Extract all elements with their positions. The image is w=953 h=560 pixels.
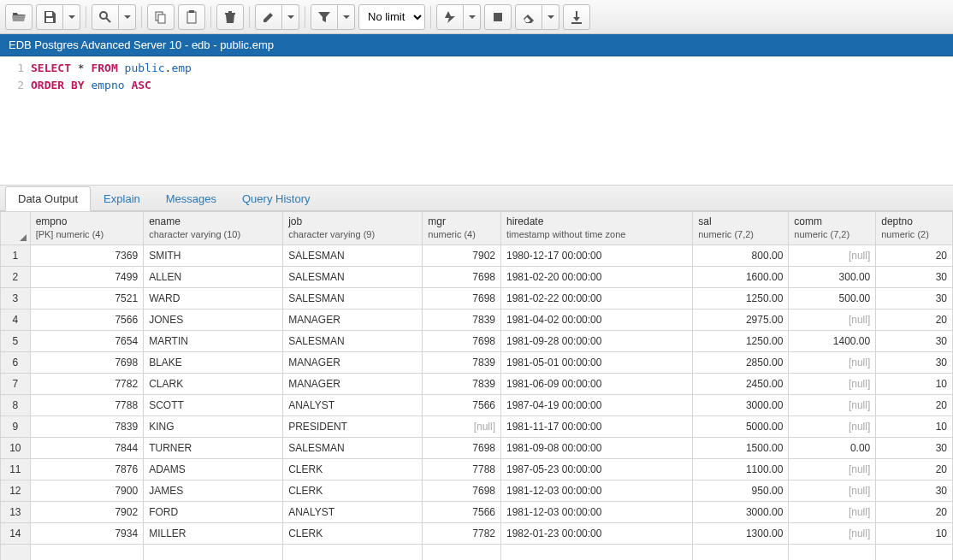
code-area[interactable]: SELECT * FROM public.empORDER BY empno A… — [31, 56, 192, 185]
cell-hiredate[interactable]: 1980-12-17 00:00:00 — [500, 245, 692, 267]
cell-sal[interactable]: 2450.00 — [693, 374, 789, 395]
cell-hiredate[interactable]: 1981-04-02 00:00:00 — [500, 309, 692, 331]
row-number[interactable]: 1 — [1, 245, 31, 267]
row-number[interactable]: 5 — [1, 331, 31, 352]
cell-job[interactable]: MANAGER — [283, 374, 423, 395]
cell-hiredate[interactable]: 1982-01-23 00:00:00 — [500, 523, 692, 545]
cell-job[interactable]: MANAGER — [283, 309, 423, 331]
cell-comm[interactable]: [null] — [789, 374, 876, 395]
cell-deptno[interactable]: 30 — [876, 438, 953, 459]
limit-select[interactable]: No limit — [358, 4, 425, 30]
table-row[interactable]: 137902FORDANALYST75661981-12-03 00:00:00… — [1, 502, 953, 523]
cell-sal[interactable]: 5000.00 — [693, 416, 789, 438]
save-dropdown-button[interactable] — [63, 4, 80, 30]
cell-empno[interactable]: 7698 — [30, 352, 144, 374]
cell-comm[interactable]: [null] — [789, 480, 876, 502]
cell-sal[interactable]: 1250.00 — [693, 331, 789, 352]
cell-empno[interactable]: 7566 — [30, 309, 144, 331]
cell-hiredate[interactable]: 1981-12-03 00:00:00 — [500, 480, 692, 502]
row-number[interactable]: 3 — [1, 288, 31, 309]
table-row[interactable]: 147934MILLERCLERK77821982-01-23 00:00:00… — [1, 523, 953, 545]
cell-deptno[interactable]: 20 — [876, 459, 953, 480]
cell-mgr[interactable]: 7698 — [423, 288, 501, 309]
column-header-hiredate[interactable]: hiredatetimestamp without time zone — [500, 212, 692, 245]
tab-messages[interactable]: Messages — [153, 186, 229, 211]
cell-mgr[interactable]: 7782 — [423, 523, 501, 545]
cell-mgr[interactable]: 7698 — [423, 267, 501, 288]
cell-deptno[interactable]: 10 — [876, 523, 953, 545]
cell-hiredate[interactable]: 1987-04-19 00:00:00 — [500, 395, 692, 416]
stop-button[interactable] — [484, 4, 512, 30]
row-number[interactable]: 12 — [1, 480, 31, 502]
cell-deptno[interactable]: 30 — [876, 480, 953, 502]
clear-dropdown-button[interactable] — [542, 4, 559, 30]
cell-deptno[interactable]: 20 — [876, 395, 953, 416]
edit-button[interactable] — [255, 4, 282, 30]
cell-sal[interactable]: 2975.00 — [693, 309, 789, 331]
open-file-button[interactable] — [5, 4, 33, 30]
cell-hiredate[interactable]: 1981-02-22 00:00:00 — [500, 288, 692, 309]
table-row[interactable]: 27499ALLENSALESMAN76981981-02-20 00:00:0… — [1, 267, 953, 288]
column-header-job[interactable]: jobcharacter varying (9) — [283, 212, 423, 245]
cell-comm[interactable]: 0.00 — [789, 438, 876, 459]
cell-sal[interactable]: 1100.00 — [693, 459, 789, 480]
table-row[interactable]: 57654MARTINSALESMAN76981981-09-28 00:00:… — [1, 331, 953, 352]
cell-sal[interactable]: 950.00 — [693, 480, 789, 502]
cell-comm[interactable]: 1400.00 — [789, 331, 876, 352]
edit-dropdown-button[interactable] — [282, 4, 299, 30]
sql-editor[interactable]: 12 SELECT * FROM public.empORDER BY empn… — [0, 56, 953, 185]
cell-hiredate[interactable]: 1987-05-23 00:00:00 — [500, 459, 692, 480]
cell-deptno[interactable]: 20 — [876, 245, 953, 267]
cell-empno[interactable]: 7844 — [30, 438, 144, 459]
find-dropdown-button[interactable] — [119, 4, 136, 30]
table-row[interactable]: 107844TURNERSALESMAN76981981-09-08 00:00… — [1, 438, 953, 459]
cell-job[interactable]: SALESMAN — [283, 267, 423, 288]
row-number[interactable]: 4 — [1, 309, 31, 331]
tab-explain[interactable]: Explain — [91, 186, 153, 211]
table-row[interactable]: 127900JAMESCLERK76981981-12-03 00:00:009… — [1, 480, 953, 502]
cell-hiredate[interactable]: 1981-12-03 00:00:00 — [500, 502, 692, 523]
cell-ename[interactable]: JAMES — [144, 480, 283, 502]
cell-mgr[interactable]: 7566 — [423, 502, 501, 523]
table-row[interactable]: 87788SCOTTANALYST75661987-04-19 00:00:00… — [1, 395, 953, 416]
cell-sal[interactable]: 1600.00 — [693, 267, 789, 288]
cell-mgr[interactable]: 7566 — [423, 395, 501, 416]
cell-job[interactable]: MANAGER — [283, 352, 423, 374]
cell-job[interactable]: SALESMAN — [283, 288, 423, 309]
cell-mgr[interactable]: 7839 — [423, 309, 501, 331]
cell-deptno[interactable]: 20 — [876, 502, 953, 523]
cell-mgr[interactable]: 7902 — [423, 245, 501, 267]
cell-ename[interactable]: KING — [144, 416, 283, 438]
cell-empno[interactable]: 7902 — [30, 502, 144, 523]
tab-data-output[interactable]: Data Output — [5, 186, 91, 211]
table-row[interactable]: 97839KINGPRESIDENT[null]1981-11-17 00:00… — [1, 416, 953, 438]
column-header-comm[interactable]: commnumeric (7,2) — [789, 212, 876, 245]
cell-ename[interactable]: FORD — [144, 502, 283, 523]
cell-ename[interactable]: WARD — [144, 288, 283, 309]
cell-ename[interactable]: CLARK — [144, 374, 283, 395]
row-number[interactable]: 8 — [1, 395, 31, 416]
cell-comm[interactable]: [null] — [789, 523, 876, 545]
cell-ename[interactable]: TURNER — [144, 438, 283, 459]
cell-comm[interactable]: [null] — [789, 416, 876, 438]
cell-comm[interactable]: [null] — [789, 245, 876, 267]
cell-job[interactable]: PRESIDENT — [283, 416, 423, 438]
cell-job[interactable]: CLERK — [283, 523, 423, 545]
cell-empno[interactable]: 7788 — [30, 395, 144, 416]
column-header-empno[interactable]: empno[PK] numeric (4) — [30, 212, 144, 245]
cell-hiredate[interactable]: 1981-06-09 00:00:00 — [500, 374, 692, 395]
cell-hiredate[interactable]: 1981-11-17 00:00:00 — [500, 416, 692, 438]
table-row[interactable]: 17369SMITHSALESMAN79021980-12-17 00:00:0… — [1, 245, 953, 267]
cell-comm[interactable]: [null] — [789, 352, 876, 374]
cell-deptno[interactable]: 10 — [876, 416, 953, 438]
cell-sal[interactable]: 2850.00 — [693, 352, 789, 374]
cell-sal[interactable]: 1500.00 — [693, 438, 789, 459]
row-number[interactable]: 11 — [1, 459, 31, 480]
cell-hiredate[interactable]: 1981-05-01 00:00:00 — [500, 352, 692, 374]
cell-job[interactable]: ANALYST — [283, 502, 423, 523]
download-button[interactable] — [563, 4, 590, 30]
row-number[interactable]: 7 — [1, 374, 31, 395]
cell-deptno[interactable]: 30 — [876, 288, 953, 309]
cell-hiredate[interactable]: 1981-09-28 00:00:00 — [500, 331, 692, 352]
cell-empno[interactable]: 7499 — [30, 267, 144, 288]
